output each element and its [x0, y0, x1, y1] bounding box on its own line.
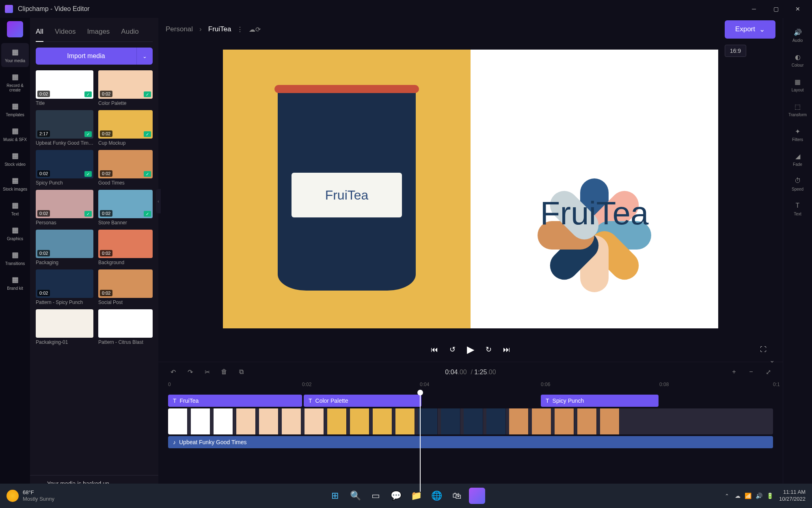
aspect-ratio-badge[interactable]: 16:9 — [725, 45, 746, 57]
play-button[interactable]: ▶ — [467, 344, 474, 355]
rail-item-your-media[interactable]: ▦Your media — [1, 43, 29, 67]
minimize-button[interactable]: ─ — [745, 2, 763, 15]
rail-item-record-create[interactable]: ▦Record & create — [1, 68, 29, 96]
media-item[interactable]: 0:02✓Title — [36, 70, 93, 106]
clock[interactable]: 11:11 AM 10/27/2022 — [779, 489, 806, 503]
edge-icon[interactable]: 🌐 — [428, 488, 445, 504]
tab-audio[interactable]: Audio — [121, 24, 138, 41]
timeline-ruler[interactable]: 00:020:040:060:080:1 — [158, 382, 783, 393]
text-clip[interactable]: TSpicy Punch — [541, 395, 659, 407]
media-item[interactable]: 0:02Background — [98, 230, 153, 265]
rrail-speed[interactable]: ⏱Speed — [786, 172, 810, 196]
collapse-timeline-button[interactable]: ⌄ — [769, 356, 775, 364]
timeline-tracks[interactable]: TFruiTeaTColor PaletteTSpicy Punch ♪ Upb… — [158, 393, 783, 492]
media-item[interactable]: 0:02✓Good Times — [98, 150, 153, 186]
tab-all[interactable]: All — [36, 24, 43, 41]
rrail-transform[interactable]: ⬚Transform — [786, 97, 810, 122]
media-item[interactable]: 2:17✓Upbeat Funky Good Tim… — [36, 110, 93, 146]
media-item[interactable]: 0:02Packaging — [36, 230, 93, 265]
text-track[interactable]: TFruiTeaTColor PaletteTSpicy Punch — [168, 395, 773, 407]
rail-item-graphics[interactable]: ▦Graphics — [1, 221, 29, 245]
rrail-fade[interactable]: ◢Fade — [786, 147, 810, 172]
rail-item-templates[interactable]: ▦Templates — [1, 97, 29, 121]
media-item[interactable]: Pattern - Citrus Blast — [98, 309, 153, 345]
skip-start-button[interactable]: ⏮ — [431, 345, 438, 354]
audio-track[interactable]: ♪ Upbeat Funky Good Times — [168, 436, 773, 448]
search-button[interactable]: 🔍 — [347, 488, 363, 504]
video-track[interactable] — [168, 408, 773, 434]
media-item[interactable]: 0:02✓Personas — [36, 190, 93, 226]
close-button[interactable]: ✕ — [788, 2, 807, 15]
system-tray[interactable]: ☁ 📶 🔊 🔋 — [735, 493, 773, 499]
media-tabs: AllVideosImagesAudio — [36, 21, 153, 42]
rrail-colour[interactable]: ◐Colour — [786, 48, 810, 72]
import-dropdown-button[interactable]: ⌄ — [136, 48, 153, 65]
duplicate-button[interactable]: ⧉ — [236, 368, 246, 376]
tab-videos[interactable]: Videos — [55, 24, 76, 41]
media-item[interactable]: 0:02Social Post — [98, 269, 153, 305]
zoom-in-button[interactable]: + — [729, 368, 739, 376]
breadcrumb-project[interactable]: FruiTea — [208, 25, 231, 33]
video-clip[interactable] — [168, 408, 773, 434]
more-options-button[interactable]: ⋮ — [237, 26, 243, 33]
export-button[interactable]: Export ⌄ — [725, 20, 775, 39]
audio-clip[interactable]: ♪ Upbeat Funky Good Times — [168, 436, 773, 448]
media-item[interactable]: 0:02Pattern - Spicy Punch — [36, 269, 93, 305]
undo-button[interactable]: ↶ — [168, 368, 178, 376]
wifi-icon[interactable]: 📶 — [745, 493, 752, 499]
store-icon[interactable]: 🛍 — [449, 488, 465, 504]
skip-end-button[interactable]: ⏭ — [503, 345, 510, 354]
fullscreen-button[interactable]: ⛶ — [760, 346, 767, 353]
rrail-layout[interactable]: ▦Layout — [786, 72, 810, 97]
maximize-button[interactable]: ▢ — [767, 2, 785, 15]
video-preview[interactable]: FruiTea FruiTea — [223, 50, 718, 328]
volume-icon[interactable]: 🔊 — [756, 493, 762, 499]
playhead[interactable] — [420, 393, 421, 492]
text-clip[interactable]: TFruiTea — [168, 395, 302, 407]
forward-button[interactable]: ↻ — [486, 345, 492, 354]
media-label: Cup Mockup — [98, 140, 153, 146]
breadcrumb-root[interactable]: Personal — [166, 25, 193, 33]
collapse-panel-handle[interactable]: ‹ — [156, 189, 161, 213]
split-button[interactable]: ✂ — [202, 368, 212, 376]
duration-badge: 0:02 — [37, 170, 50, 177]
text-icon: T — [309, 397, 312, 404]
duration-badge: 0:02 — [100, 130, 112, 137]
rail-item-stock-video[interactable]: ▦Stock video — [1, 147, 29, 171]
rail-item-text[interactable]: ▦Text — [1, 196, 29, 220]
logo-icon[interactable] — [7, 21, 23, 37]
media-item[interactable]: 0:02✓Spicy Punch — [36, 150, 93, 186]
media-label: Pattern - Citrus Blast — [98, 339, 153, 345]
zoom-out-button[interactable]: − — [746, 368, 756, 376]
onedrive-icon[interactable]: ☁ — [735, 493, 741, 499]
tab-images[interactable]: Images — [87, 24, 110, 41]
start-button[interactable]: ⊞ — [327, 488, 343, 504]
rrail-filters[interactable]: ✦Filters — [786, 122, 810, 147]
media-item[interactable]: 0:02✓Store Banner — [98, 190, 153, 226]
media-item[interactable]: Packakging-01 — [36, 309, 93, 345]
rewind-button[interactable]: ↺ — [449, 345, 456, 354]
rail-item-music-sfx[interactable]: ▦Music & SFX — [1, 122, 29, 146]
rail-item-brand-kit[interactable]: ▦Brand kit — [1, 271, 29, 295]
redo-button[interactable]: ↷ — [185, 368, 195, 376]
task-view-button[interactable]: ▭ — [367, 488, 384, 504]
import-media-button[interactable]: Import media — [36, 48, 136, 65]
explorer-icon[interactable]: 📁 — [408, 488, 424, 504]
media-item[interactable]: 0:02✓Color Palette — [98, 70, 153, 106]
cloud-sync-icon[interactable]: ☁⟳ — [249, 26, 261, 33]
chat-app-icon[interactable]: 💬 — [388, 488, 404, 504]
media-item[interactable]: 0:02✓Cup Mockup — [98, 110, 153, 146]
rail-item-transitions[interactable]: ▦Transitions — [1, 246, 29, 270]
clipchamp-taskbar-icon[interactable] — [469, 488, 485, 504]
taskbar-apps: ⊞ 🔍 ▭ 💬 📁 🌐 🛍 — [327, 488, 485, 504]
tray-chevron-icon[interactable]: ⌃ — [725, 493, 729, 499]
delete-button[interactable]: 🗑 — [219, 368, 229, 376]
rail-item-stock-images[interactable]: ▦Stock images — [1, 172, 29, 195]
weather-widget[interactable]: 68°F Mostly Sunny — [6, 489, 54, 502]
text-clip[interactable]: TColor Palette — [304, 395, 421, 407]
zoom-fit-button[interactable]: ⤢ — [763, 368, 773, 376]
rrail-text[interactable]: TText — [786, 196, 810, 221]
rrail-audio[interactable]: 🔊Audio — [786, 23, 810, 48]
media-label: Packaging — [36, 260, 93, 265]
battery-icon[interactable]: 🔋 — [767, 493, 773, 499]
